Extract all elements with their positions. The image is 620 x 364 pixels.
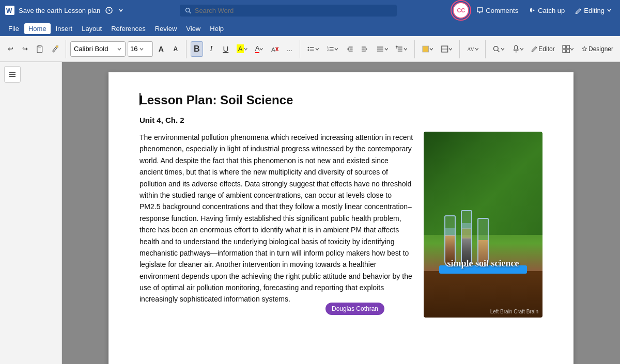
svg-rect-41 bbox=[563, 49, 566, 52]
bullets-button[interactable] bbox=[304, 41, 321, 57]
styles-button[interactable]: AV bbox=[464, 41, 481, 57]
more-button[interactable]: ... bbox=[283, 41, 296, 57]
line-spacing-button[interactable] bbox=[393, 41, 410, 57]
clear-format-button[interactable]: A bbox=[268, 41, 282, 57]
italic-button[interactable]: I bbox=[205, 41, 218, 57]
menu-item-layout[interactable]: Layout bbox=[78, 23, 106, 34]
catchup-button[interactable]: Catch up bbox=[525, 5, 568, 16]
svg-text:AV: AV bbox=[467, 46, 474, 52]
chevron-down-icon bbox=[607, 8, 612, 13]
find-dropdown-icon bbox=[501, 47, 505, 51]
styles-dropdown-icon bbox=[475, 47, 479, 51]
menu-item-review[interactable]: Review bbox=[151, 23, 181, 34]
svg-point-11 bbox=[308, 46, 309, 48]
svg-rect-39 bbox=[563, 45, 566, 49]
format-painter-button[interactable] bbox=[49, 41, 62, 57]
search-box[interactable] bbox=[180, 5, 397, 17]
sidebar-panel bbox=[0, 62, 62, 364]
menu-item-insert[interactable]: Insert bbox=[52, 23, 77, 34]
user-tooltip: Douglas Cothran bbox=[326, 303, 384, 315]
svg-rect-40 bbox=[566, 45, 569, 49]
svg-rect-43 bbox=[9, 72, 16, 73]
svg-rect-31 bbox=[422, 46, 428, 52]
svg-rect-45 bbox=[9, 76, 16, 77]
svg-rect-7 bbox=[56, 45, 58, 48]
document-text[interactable]: The environmental pollution phenomena wh… bbox=[140, 132, 413, 305]
menu-item-view[interactable]: View bbox=[182, 23, 205, 34]
borders-button[interactable] bbox=[438, 41, 455, 57]
numbering-dropdown-icon bbox=[334, 47, 338, 51]
underline-button[interactable]: U bbox=[220, 41, 232, 57]
editor-button[interactable]: Editor bbox=[529, 41, 557, 57]
cursor-indicator bbox=[140, 93, 141, 105]
svg-rect-37 bbox=[514, 45, 517, 50]
size-dropdown-icon bbox=[139, 46, 144, 52]
word-logo: W bbox=[5, 6, 14, 15]
highlight-button[interactable]: A bbox=[234, 41, 251, 57]
bullets-dropdown-icon bbox=[315, 47, 319, 51]
svg-text:A: A bbox=[271, 45, 275, 52]
undo-button[interactable]: ↩ bbox=[4, 41, 17, 57]
dictate-button[interactable] bbox=[509, 41, 526, 57]
numbering-button[interactable]: 1.2. bbox=[324, 41, 341, 57]
editing-button[interactable]: Editing bbox=[572, 5, 615, 16]
borders-dropdown-icon bbox=[448, 47, 453, 51]
title-bar: W Save the earth Lesson plan CC Comments bbox=[0, 0, 620, 21]
svg-text:2.: 2. bbox=[327, 48, 330, 51]
document-area: Lesson Plan: Soil Science Unit 4, Ch. 2 … bbox=[0, 62, 620, 364]
font-size-selector[interactable]: 16 bbox=[128, 41, 153, 57]
svg-line-4 bbox=[189, 11, 191, 13]
svg-rect-6 bbox=[38, 45, 41, 47]
svg-point-35 bbox=[494, 46, 499, 51]
shading-button[interactable] bbox=[419, 41, 436, 57]
dropdown-icon[interactable] bbox=[118, 7, 124, 13]
svg-rect-42 bbox=[566, 49, 569, 52]
shrink-font-button[interactable]: A bbox=[169, 41, 182, 57]
align-button[interactable] bbox=[374, 41, 391, 57]
ribbon: ↩ ↪ Calibri Bold 16 A A B I U A A A ... … bbox=[0, 36, 620, 62]
image-credit: Left Brain Craft Brain bbox=[490, 309, 538, 314]
grow-font-button[interactable]: A bbox=[155, 41, 167, 57]
bold-button[interactable]: B bbox=[191, 41, 203, 57]
autosave-icon bbox=[105, 7, 113, 14]
document-title: Save the earth Lesson plan bbox=[19, 7, 100, 14]
cc-avatar-button[interactable]: CC bbox=[453, 2, 469, 19]
menu-item-references[interactable]: References bbox=[107, 23, 149, 34]
page-canvas[interactable]: Lesson Plan: Soil Science Unit 4, Ch. 2 … bbox=[62, 62, 620, 364]
right-actions: CC Comments Catch up Editing bbox=[453, 2, 615, 19]
comments-label: Comments bbox=[486, 7, 518, 14]
align-dropdown-icon bbox=[384, 47, 389, 51]
svg-rect-44 bbox=[9, 74, 16, 75]
document-heading: Lesson Plan: Soil Science bbox=[140, 93, 542, 107]
indent-right-button[interactable] bbox=[358, 41, 371, 57]
navigation-toggle-button[interactable] bbox=[4, 66, 21, 83]
pencil-icon bbox=[575, 7, 582, 14]
font-color-button[interactable]: A bbox=[253, 41, 266, 57]
find-button[interactable] bbox=[490, 41, 507, 57]
designer-button[interactable]: Designer bbox=[579, 41, 616, 57]
catchup-label: Catch up bbox=[538, 7, 565, 14]
view-toggle-button[interactable] bbox=[560, 41, 577, 57]
menu-item-file[interactable]: File bbox=[4, 23, 23, 34]
document-image: simple soil science Left Brain Craft Bra… bbox=[424, 132, 542, 318]
indent-left-button[interactable] bbox=[343, 41, 357, 57]
font-dropdown-icon bbox=[117, 46, 122, 52]
clipboard-button[interactable] bbox=[33, 41, 47, 57]
search-input[interactable] bbox=[195, 7, 392, 14]
menu-item-help[interactable]: Help bbox=[206, 23, 228, 34]
image-placeholder: simple soil science Left Brain Craft Bra… bbox=[424, 132, 542, 318]
svg-point-13 bbox=[308, 49, 309, 51]
font-selector[interactable]: Calibri Bold bbox=[70, 41, 126, 57]
search-icon bbox=[185, 7, 191, 14]
menu-item-home[interactable]: Home bbox=[24, 23, 51, 34]
color-dropdown-icon bbox=[259, 47, 263, 51]
highlight-dropdown-icon bbox=[244, 47, 247, 51]
catchup-icon bbox=[529, 7, 536, 14]
dictate-dropdown-icon bbox=[520, 47, 524, 51]
comments-icon bbox=[476, 7, 484, 14]
spacing-dropdown-icon bbox=[404, 47, 408, 51]
redo-button[interactable]: ↪ bbox=[19, 41, 31, 57]
document-subheading: Unit 4, Ch. 2 bbox=[140, 116, 542, 124]
comments-button[interactable]: Comments bbox=[473, 5, 521, 16]
document-page: Lesson Plan: Soil Science Unit 4, Ch. 2 … bbox=[109, 72, 574, 364]
